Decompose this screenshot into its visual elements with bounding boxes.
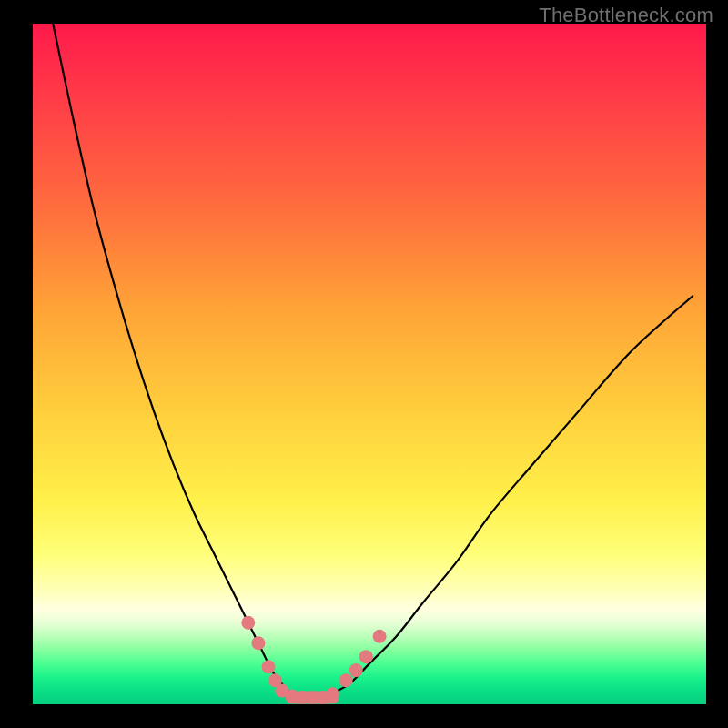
- curve-marker: [349, 663, 363, 677]
- plot-area: [33, 24, 706, 704]
- curve-marker: [326, 687, 339, 701]
- chart-frame: TheBottleneck.com: [0, 0, 728, 728]
- curve-marker: [359, 650, 373, 663]
- watermark-text: TheBottleneck.com: [539, 4, 713, 27]
- curve-marker: [241, 616, 255, 630]
- bottleneck-curve-path: [53, 24, 693, 698]
- curve-marker: [339, 673, 353, 687]
- curve-marker: [373, 630, 387, 643]
- curve-markers: [241, 616, 386, 704]
- curve-layer: [33, 24, 706, 704]
- curve-marker: [262, 660, 276, 673]
- curve-marker: [251, 636, 265, 650]
